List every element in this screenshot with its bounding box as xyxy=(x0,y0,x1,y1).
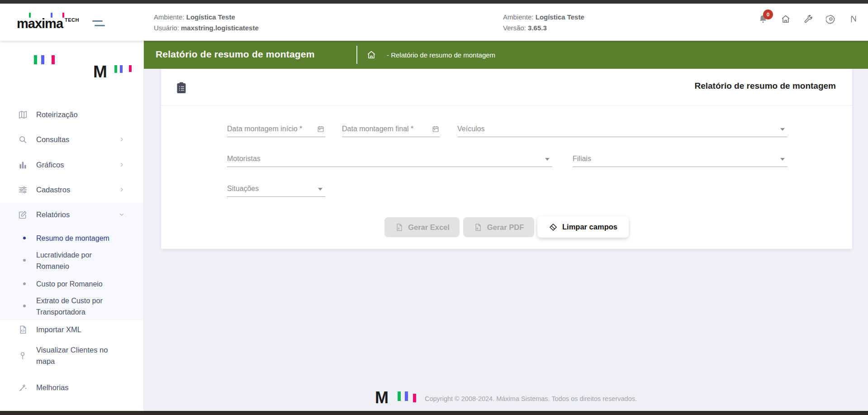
calendar-icon[interactable] xyxy=(432,125,439,133)
sidebar-item-melhorias[interactable]: Melhorias xyxy=(0,381,143,394)
footer-m-logo: M xyxy=(375,389,419,408)
ambiente-label: Ambiente: xyxy=(154,13,185,21)
bullet-icon xyxy=(23,237,26,239)
top-strip xyxy=(0,0,868,4)
sidebar-nav: M Roteirização Consultas xyxy=(0,41,144,411)
main-content: Relatório de resumo de montagem Data mon… xyxy=(144,69,868,411)
bar-chart-icon xyxy=(17,159,28,170)
map-icon xyxy=(17,109,28,120)
app-root: maxima TECH Ambiente: Logística Teste Us… xyxy=(0,0,868,415)
clipboard-icon xyxy=(176,82,186,94)
drivers-select[interactable]: Motoristas xyxy=(227,148,552,167)
dropdown-caret-icon xyxy=(318,188,323,191)
versao-value: 3.65.3 xyxy=(528,24,547,32)
sidebar-item-roteirizacao[interactable]: Roteirização xyxy=(0,108,143,121)
vehicles-select[interactable]: Veículos xyxy=(457,118,787,137)
svg-text:a: a xyxy=(477,226,479,229)
exit-n-icon[interactable] xyxy=(848,14,859,24)
page-title: Relatório de resumo de montagem xyxy=(156,49,315,60)
page-title-bar: Relatório de resumo de montagem - Relató… xyxy=(144,41,868,69)
calendar-icon[interactable] xyxy=(317,125,324,133)
report-filter-card: Relatório de resumo de montagem Data mon… xyxy=(161,69,852,249)
chevron-right-icon xyxy=(119,162,125,168)
magic-wand-icon xyxy=(17,382,28,393)
sidebar-subitem-resumo-de-montagem[interactable]: Resumo de montagem xyxy=(0,233,143,244)
notifications-bell-icon[interactable]: 0 xyxy=(758,14,768,24)
chevron-right-icon xyxy=(119,186,125,193)
clear-fields-button[interactable]: Limpar campos xyxy=(537,216,629,238)
sidebar-item-cadastros[interactable]: Cadastros xyxy=(0,183,143,196)
file-xml-icon xyxy=(17,324,28,335)
usuario-label: Usuário: xyxy=(154,24,179,32)
page-footer: M Copyright © 2008-2024. Máxima Sistemas… xyxy=(144,387,868,410)
svg-text:x: x xyxy=(398,226,399,229)
sidebar-item-graficos[interactable]: Gráficos xyxy=(0,158,143,171)
dropdown-caret-icon xyxy=(780,158,785,161)
search-icon xyxy=(17,134,28,145)
breadcrumb-home-icon[interactable] xyxy=(366,50,376,60)
generate-excel-button[interactable]: x Gerar Excel xyxy=(384,217,460,237)
bottom-strip xyxy=(0,411,868,415)
sidebar-item-visualizar-clientes-no-mapa[interactable]: Visualizar Clientes no mapa xyxy=(0,342,143,370)
pdf-file-icon: a xyxy=(474,223,483,232)
sidebar-subitem-extrato-de-custo[interactable]: Extrato de Custo por Transportadora xyxy=(0,295,143,318)
chevron-down-icon xyxy=(119,211,125,218)
sidebar-subitem-lucratividade-por-romaneio[interactable]: Lucratividade por Romaneio xyxy=(0,249,143,272)
ambiente-label-2: Ambiente: xyxy=(503,13,534,21)
logo-tick-green xyxy=(29,13,31,18)
logo-wordmark: maxima xyxy=(17,16,63,31)
generate-pdf-button[interactable]: a Gerar PDF xyxy=(463,217,534,237)
bullet-icon xyxy=(23,259,26,262)
wrench-icon[interactable] xyxy=(803,14,814,24)
bullet-icon xyxy=(23,305,26,307)
sliders-icon xyxy=(17,184,28,195)
card-header: Relatório de resumo de montagem xyxy=(161,69,852,105)
date-end-field[interactable]: Data montagem final * xyxy=(342,118,440,137)
branches-select[interactable]: Filiais xyxy=(573,148,787,167)
date-start-field[interactable]: Data montagem início * xyxy=(227,118,325,137)
app-header: maxima TECH Ambiente: Logística Teste Us… xyxy=(0,4,868,41)
edit-square-icon xyxy=(17,209,28,220)
logo-tick-pink xyxy=(62,13,64,18)
notification-badge: 0 xyxy=(763,10,773,19)
logo-tick-blue xyxy=(51,13,52,18)
ambiente-value: Logística Teste xyxy=(186,13,235,21)
eraser-icon xyxy=(549,223,558,232)
breadcrumb: - Relatório de resumo de montagem xyxy=(387,51,495,59)
sidebar-item-consultas[interactable]: Consultas xyxy=(0,133,143,146)
card-title: Relatório de resumo de montagem xyxy=(694,81,836,91)
menu-toggle-icon[interactable] xyxy=(92,20,106,27)
versao-label: Versão: xyxy=(503,24,526,32)
situations-select[interactable]: Situações xyxy=(227,178,325,197)
usuario-value: maxstring.logisticateste xyxy=(181,24,259,32)
excel-file-icon: x xyxy=(394,223,403,232)
chevron-right-icon xyxy=(119,136,125,143)
sidebar-m-logo: M xyxy=(93,64,138,82)
bullet-icon xyxy=(23,282,26,285)
dropdown-caret-icon xyxy=(545,158,550,161)
environment-user-info: Ambiente: Logística Teste Usuário: maxst… xyxy=(154,12,259,33)
environment-version-info: Ambiente: Logística Teste Versão: 3.65.3 xyxy=(503,12,584,33)
sidebar-item-relatorios[interactable]: Relatórios xyxy=(0,208,143,221)
settings-gear-icon[interactable] xyxy=(825,14,836,24)
ambiente-value-2: Logística Teste xyxy=(536,13,584,21)
sidebar-item-importar-xml[interactable]: Importar XML xyxy=(0,323,143,336)
header-icon-bar: 0 xyxy=(758,10,859,28)
titlebar-divider xyxy=(356,46,357,64)
sidebar-subitem-custo-por-romaneio[interactable]: Custo por Romaneio xyxy=(0,278,143,290)
home-icon[interactable] xyxy=(780,14,791,24)
map-pin-icon xyxy=(17,350,28,361)
logo-suffix: TECH xyxy=(65,17,79,23)
dropdown-caret-icon xyxy=(780,128,785,131)
copyright-text: Copyright © 2008-2024. Máxima Sistemas. … xyxy=(425,395,637,402)
